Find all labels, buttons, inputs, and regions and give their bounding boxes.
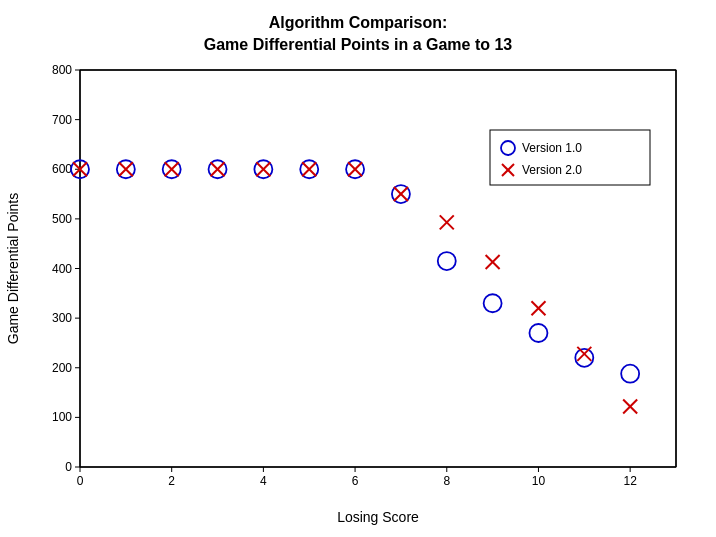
- svg-text:4: 4: [260, 474, 267, 488]
- svg-text:10: 10: [532, 474, 546, 488]
- svg-text:100: 100: [52, 410, 72, 424]
- svg-text:600: 600: [52, 162, 72, 176]
- svg-text:400: 400: [52, 262, 72, 276]
- svg-text:Algorithm Comparison:: Algorithm Comparison:: [269, 14, 448, 31]
- svg-text:700: 700: [52, 113, 72, 127]
- svg-text:12: 12: [623, 474, 637, 488]
- svg-text:Version 1.0: Version 1.0: [522, 141, 582, 155]
- chart-container: 0100200300400500600700800024681012Algori…: [0, 0, 716, 537]
- svg-text:500: 500: [52, 212, 72, 226]
- svg-text:6: 6: [352, 474, 359, 488]
- svg-text:Game Differential Points: Game Differential Points: [5, 193, 21, 344]
- svg-text:0: 0: [77, 474, 84, 488]
- svg-text:0: 0: [65, 460, 72, 474]
- svg-text:Game Differential Points in a : Game Differential Points in a Game to 13: [204, 36, 513, 53]
- svg-text:2: 2: [168, 474, 175, 488]
- svg-text:200: 200: [52, 361, 72, 375]
- svg-text:8: 8: [443, 474, 450, 488]
- svg-text:800: 800: [52, 63, 72, 77]
- svg-text:Version 2.0: Version 2.0: [522, 163, 582, 177]
- svg-text:Losing Score: Losing Score: [337, 509, 419, 525]
- svg-text:300: 300: [52, 311, 72, 325]
